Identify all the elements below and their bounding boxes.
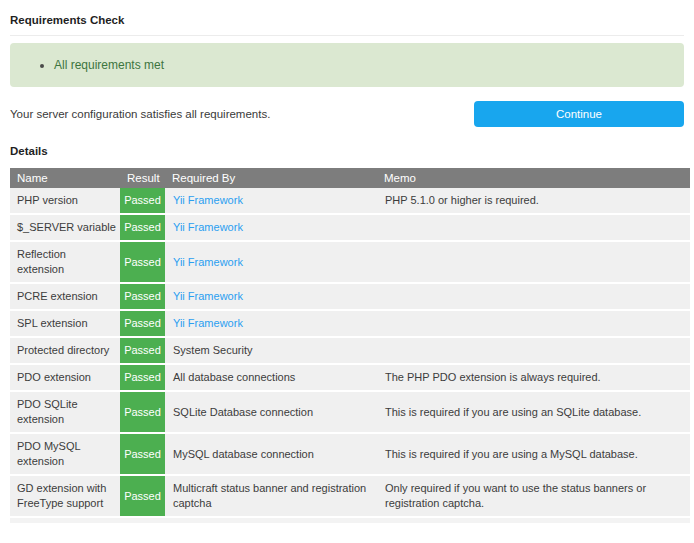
memo-cell [377, 310, 690, 337]
table-row: GD extension with FreeType supportPassed… [10, 475, 690, 517]
requirement-name-cell: PDO MySQL extension [10, 433, 120, 475]
requirement-name-cell: SPL extension [10, 310, 120, 337]
requirement-name-cell: $_SERVER variable [10, 214, 120, 241]
page-title: Requirements Check [10, 14, 684, 27]
alert-message: All requirements met [54, 58, 164, 72]
memo-cell: The PHP PDO extension is always required… [377, 364, 690, 391]
requirement-name: PDO SQLite extension [17, 397, 112, 427]
required-by-text: MySQL database connection [173, 448, 314, 460]
column-header-memo: Memo [377, 168, 690, 188]
table-row: PDO extensionPassedAll database connecti… [10, 364, 690, 391]
table-row: PHP versionPassedYii FrameworkPHP 5.1.0 … [10, 188, 690, 214]
memo-cell: PHP 5.1.0 or higher is required. [377, 188, 690, 214]
column-header-name: Name [10, 168, 120, 188]
continue-button[interactable]: Continue [474, 101, 684, 127]
alert-success: All requirements met [10, 43, 684, 87]
requirement-name: PCRE extension [17, 289, 98, 304]
required-by-text: Multicraft status banner and registratio… [173, 482, 366, 509]
required-by-cell: Yii Framework [165, 283, 377, 310]
requirement-name: $_SERVER variable [17, 220, 116, 235]
table-row: PDO SQLite extensionPassedSQLite Databas… [10, 391, 690, 433]
required-by-text: System Security [173, 344, 252, 356]
details-title: Details [10, 145, 684, 158]
table-row: PDO MySQL extensionPassedMySQL database … [10, 433, 690, 475]
memo-cell [377, 337, 690, 364]
requirements-table: NameResultRequired ByMemo PHP versionPas… [10, 168, 690, 518]
column-header-result: Result [120, 168, 165, 188]
memo-cell: This is required if you are using a MySQ… [377, 433, 690, 475]
requirement-name-cell: GD extension with FreeType support [10, 475, 120, 517]
requirement-name-cell: PHP version [10, 188, 120, 214]
requirement-name: Reflection extension [17, 247, 112, 277]
status-badge: Passed [120, 337, 165, 364]
memo-cell: This is required if you are using an SQL… [377, 391, 690, 433]
title-divider [10, 35, 684, 36]
required-by-cell: All database connections [165, 364, 377, 391]
required-by-cell: SQLite Database connection [165, 391, 377, 433]
required-by-link[interactable]: Yii Framework [173, 221, 243, 233]
requirement-name: Protected directory [17, 343, 109, 358]
table-header: NameResultRequired ByMemo [10, 168, 690, 188]
requirement-name: PHP version [17, 193, 78, 208]
requirement-name: PDO MySQL extension [17, 439, 112, 469]
table-row: PCRE extensionPassedYii Framework [10, 283, 690, 310]
table-bottom-sliver [10, 518, 690, 523]
status-badge: Passed [120, 283, 165, 310]
summary-row: Your server configuration satisfies all … [10, 101, 684, 127]
status-badge: Passed [120, 188, 165, 214]
memo-cell [377, 283, 690, 310]
required-by-cell: Yii Framework [165, 214, 377, 241]
alert-list-item: All requirements met [54, 57, 670, 73]
table-row: Reflection extensionPassedYii Framework [10, 241, 690, 283]
requirement-name-cell: Protected directory [10, 337, 120, 364]
required-by-cell: MySQL database connection [165, 433, 377, 475]
alert-list: All requirements met [24, 57, 670, 73]
required-by-cell: Yii Framework [165, 188, 377, 214]
requirement-name: PDO extension [17, 370, 91, 385]
status-badge: Passed [120, 364, 165, 391]
requirement-name: GD extension with FreeType support [17, 481, 112, 511]
table-row: Protected directoryPassedSystem Security [10, 337, 690, 364]
status-badge: Passed [120, 214, 165, 241]
requirements-page: Requirements Check All requirements met … [0, 0, 694, 523]
requirement-name: SPL extension [17, 316, 88, 331]
status-badge: Passed [120, 391, 165, 433]
table-header-row: NameResultRequired ByMemo [10, 168, 690, 188]
required-by-cell: Yii Framework [165, 310, 377, 337]
required-by-text: All database connections [173, 371, 295, 383]
status-badge: Passed [120, 310, 165, 337]
summary-text: Your server configuration satisfies all … [10, 108, 270, 120]
memo-cell [377, 214, 690, 241]
table-row: $_SERVER variablePassedYii Framework [10, 214, 690, 241]
column-header-required-by: Required By [165, 168, 377, 188]
memo-cell [377, 241, 690, 283]
requirement-name-cell: PCRE extension [10, 283, 120, 310]
required-by-link[interactable]: Yii Framework [173, 317, 243, 329]
status-badge: Passed [120, 433, 165, 475]
table-body: PHP versionPassedYii FrameworkPHP 5.1.0 … [10, 188, 690, 517]
status-badge: Passed [120, 241, 165, 283]
requirement-name-cell: PDO SQLite extension [10, 391, 120, 433]
required-by-link[interactable]: Yii Framework [173, 290, 243, 302]
required-by-cell: Multicraft status banner and registratio… [165, 475, 377, 517]
memo-cell: Only required if you want to use the sta… [377, 475, 690, 517]
required-by-link[interactable]: Yii Framework [173, 256, 243, 268]
table-row: SPL extensionPassedYii Framework [10, 310, 690, 337]
required-by-cell: Yii Framework [165, 241, 377, 283]
requirement-name-cell: PDO extension [10, 364, 120, 391]
requirement-name-cell: Reflection extension [10, 241, 120, 283]
required-by-cell: System Security [165, 337, 377, 364]
required-by-link[interactable]: Yii Framework [173, 194, 243, 206]
required-by-text: SQLite Database connection [173, 406, 313, 418]
status-badge: Passed [120, 475, 165, 517]
